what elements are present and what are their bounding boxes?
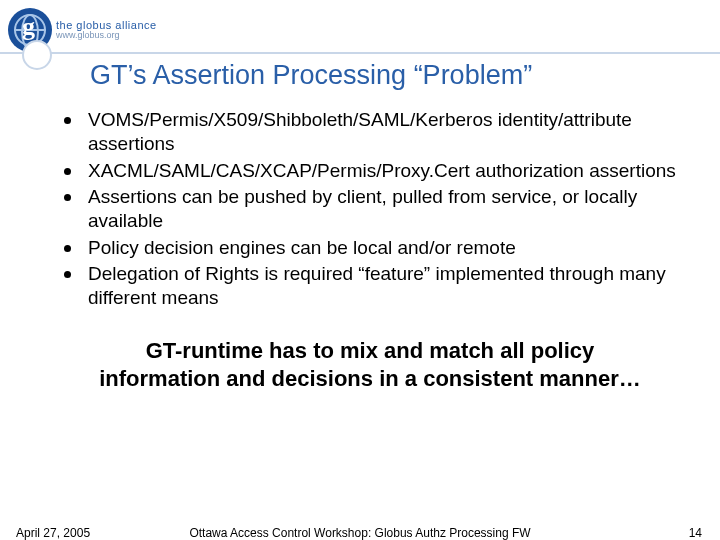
slide-content: VOMS/Permis/X509/Shibboleth/SAML/Kerbero…: [60, 108, 680, 394]
footer-title: Ottawa Access Control Workshop: Globus A…: [0, 526, 720, 540]
slide-title: GT’s Assertion Processing “Problem”: [90, 60, 532, 91]
bullet-item: Assertions can be pushed by client, pull…: [60, 185, 680, 234]
footer-page: 14: [689, 526, 702, 540]
bullet-item: VOMS/Permis/X509/Shibboleth/SAML/Kerbero…: [60, 108, 680, 157]
bullet-item: Policy decision engines can be local and…: [60, 236, 680, 260]
summary-text: GT-runtime has to mix and match all poli…: [60, 337, 680, 394]
header-divider: [0, 52, 720, 54]
bullet-list: VOMS/Permis/X509/Shibboleth/SAML/Kerbero…: [60, 108, 680, 311]
globus-g-glyph: g: [22, 12, 35, 42]
bullet-item: XACML/SAML/CAS/XCAP/Permis/Proxy.Cert au…: [60, 159, 680, 183]
bullet-item: Delegation of Rights is required “featur…: [60, 262, 680, 311]
logo-line2: www.globus.org: [56, 31, 157, 41]
slide: g the globus alliance www.globus.org GT’…: [0, 0, 720, 540]
logo-text: the globus alliance www.globus.org: [56, 19, 157, 41]
